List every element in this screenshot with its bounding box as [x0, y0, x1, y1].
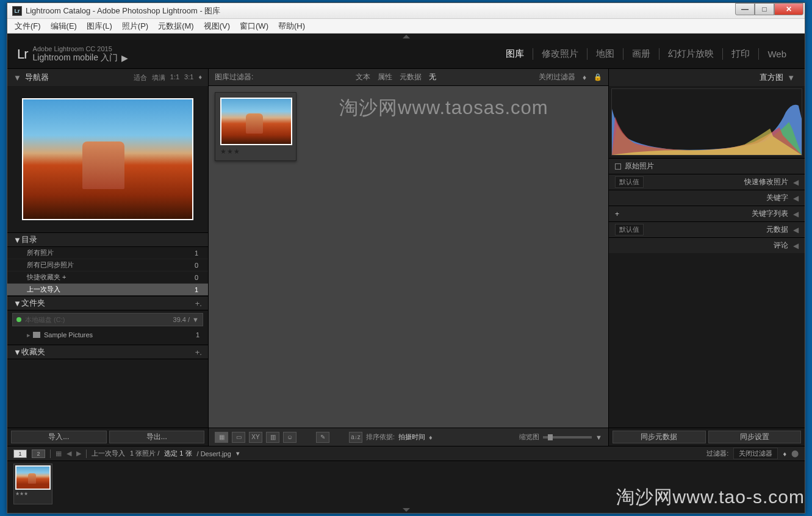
topbar-collapse[interactable] — [7, 34, 805, 40]
go-forward-icon[interactable]: ▶ — [76, 450, 81, 457]
navigator-preview[interactable] — [22, 98, 193, 220]
module-map[interactable]: 地图 — [587, 48, 623, 60]
rating-stars[interactable]: ★★★ — [220, 148, 291, 156]
filmstrip-thumb[interactable]: ★★★ — [13, 464, 52, 504]
original-row[interactable]: 原始照片 — [609, 158, 805, 174]
sync-metadata-button[interactable]: 同步元数据 — [613, 431, 706, 443]
volume-bar[interactable]: 本地磁盘 (C:) 39.4 / ▼ — [12, 313, 203, 326]
filter-none[interactable]: 无 — [429, 72, 436, 82]
module-slideshow[interactable]: 幻灯片放映 — [659, 48, 723, 60]
filter-value[interactable]: 关闭过滤器 — [733, 448, 778, 459]
module-picker: 图库 修改照片 地图 画册 幻灯片放映 打印 Web — [497, 48, 795, 60]
menu-help[interactable]: 帮助(H) — [275, 20, 309, 33]
breadcrumb-menu-icon[interactable]: ▾ — [236, 450, 240, 457]
menu-edit[interactable]: 编辑(E) — [47, 20, 81, 33]
volume-menu-icon[interactable]: ▼ — [192, 316, 199, 323]
grid-cell[interactable]: ★★★ — [215, 92, 296, 161]
people-view-icon[interactable]: ☺ — [283, 432, 296, 443]
filter-switch-icon[interactable]: ⬤ — [791, 450, 799, 457]
nav-zoom-menu[interactable]: ♦ — [198, 73, 202, 82]
painter-icon[interactable]: ✎ — [316, 432, 329, 443]
sort-menu-icon[interactable]: ♦ — [429, 434, 433, 441]
histogram-header[interactable]: 直方图 ▼ — [609, 69, 805, 86]
sync-settings-button[interactable]: 同步设置 — [708, 431, 802, 443]
grid-view[interactable]: ★★★ — [209, 86, 608, 428]
toolbar-menu-icon[interactable]: ▼ — [595, 434, 602, 441]
catalog-synced[interactable]: 所有已同步照片0 — [7, 259, 208, 271]
primary-display-button[interactable]: 1 — [13, 450, 27, 458]
preset-dropdown[interactable]: 默认值 — [615, 176, 644, 188]
catalog-title: 目录 — [21, 234, 37, 245]
module-book[interactable]: 画册 — [623, 48, 659, 60]
module-develop[interactable]: 修改照片 — [533, 48, 587, 60]
nav-1to1[interactable]: 1:1 — [170, 73, 179, 82]
secondary-display-button[interactable]: 2 — [32, 450, 45, 458]
filter-text[interactable]: 文本 — [356, 72, 370, 82]
navigator-header[interactable]: ▼ 导航器 适合 填满 1:1 3:1 ♦ — [7, 69, 208, 86]
sort-label: 排序依据: — [366, 432, 395, 442]
menu-window[interactable]: 窗口(W) — [236, 20, 272, 33]
close-filter[interactable]: 关闭过滤器 — [539, 72, 575, 82]
nav-fill[interactable]: 填满 — [152, 73, 165, 82]
filmstrip[interactable]: ★★★ — [7, 460, 805, 507]
logo: Lr — [17, 46, 28, 62]
folders-header[interactable]: ▼ 文件夹 +. — [7, 296, 208, 310]
metadata-preset-dropdown[interactable]: 默认值 — [615, 224, 644, 235]
metadata-header[interactable]: 默认值 元数据◀ — [609, 221, 805, 237]
filmstrip-image[interactable] — [15, 465, 51, 490]
menu-photo[interactable]: 照片(P) — [118, 20, 152, 33]
comments-header[interactable]: 评论◀ — [609, 237, 805, 253]
folder-item[interactable]: ▸ Sample Pictures 1 — [7, 329, 208, 341]
thumbnail-slider[interactable] — [543, 436, 592, 439]
survey-view-icon[interactable]: ▥ — [266, 432, 279, 443]
minimize-button[interactable]: — — [735, 3, 755, 15]
sort-direction-icon[interactable]: a↓z — [349, 432, 362, 443]
thumbnail-label: 缩览图 — [519, 432, 539, 442]
sort-value[interactable]: 拍摄时间 — [398, 432, 425, 442]
module-web[interactable]: Web — [759, 49, 795, 59]
nav-fit[interactable]: 适合 — [134, 73, 147, 82]
import-button[interactable]: 导入... — [11, 431, 107, 443]
menu-library[interactable]: 图库(L) — [83, 20, 116, 33]
module-print[interactable]: 打印 — [723, 48, 759, 60]
export-button[interactable]: 导出... — [109, 431, 205, 443]
nav-3to1[interactable]: 3:1 — [184, 73, 193, 82]
module-library[interactable]: 图库 — [497, 48, 533, 60]
app-icon: Lr — [12, 6, 22, 16]
filter-attribute[interactable]: 属性 — [378, 72, 392, 82]
add-keyword-icon[interactable]: + — [615, 210, 619, 218]
histogram[interactable] — [611, 88, 802, 156]
go-back-icon[interactable]: ◀ — [66, 450, 71, 457]
grid-view-icon[interactable]: ▦ — [215, 432, 228, 443]
collections-header[interactable]: ▼ 收藏夹 +. — [7, 345, 208, 359]
filmstrip-collapse[interactable] — [7, 507, 805, 513]
quick-develop-header[interactable]: 默认值 快速修改照片◀ — [609, 174, 805, 190]
catalog-quick[interactable]: 快捷收藏夹 +0 — [7, 271, 208, 284]
thumbnail-image[interactable] — [220, 98, 292, 145]
lock-icon[interactable]: 🔒 — [594, 73, 602, 81]
catalog-last-import[interactable]: 上一次导入1 — [7, 284, 208, 296]
maximize-button[interactable]: □ — [755, 3, 774, 15]
menu-file[interactable]: 文件(F) — [11, 20, 45, 33]
catalog-all-photos[interactable]: 所有照片1 — [7, 247, 208, 259]
mobile-link[interactable]: Lightroom mobile 入门 — [33, 52, 118, 63]
close-button[interactable]: ✕ — [774, 3, 803, 15]
grid-icon[interactable]: ▦ — [56, 450, 62, 457]
breadcrumb[interactable]: 上一次导入 — [92, 449, 125, 458]
loupe-view-icon[interactable]: ▭ — [232, 432, 245, 443]
keyword-list-header[interactable]: + 关键字列表◀ — [609, 206, 805, 221]
add-folder-icon[interactable]: +. — [195, 299, 202, 308]
keywording-header[interactable]: 关键字◀ — [609, 190, 805, 206]
checkbox-icon[interactable] — [615, 163, 621, 170]
filter-menu-icon[interactable]: ♦ — [783, 450, 786, 457]
volume-name: 本地磁盘 (C:) — [25, 315, 65, 324]
menu-metadata[interactable]: 元数据(M) — [154, 20, 198, 33]
compare-view-icon[interactable]: XY — [249, 432, 262, 443]
catalog-header[interactable]: ▼ 目录 — [7, 232, 208, 247]
menu-view[interactable]: 视图(V) — [200, 20, 234, 33]
add-collection-icon[interactable]: +. — [195, 348, 202, 357]
collections-title: 收藏夹 — [21, 346, 45, 357]
filter-metadata[interactable]: 元数据 — [400, 72, 422, 82]
filter-menu-icon[interactable]: ♦ — [583, 73, 586, 82]
collapse-icon: ◀ — [793, 210, 799, 218]
